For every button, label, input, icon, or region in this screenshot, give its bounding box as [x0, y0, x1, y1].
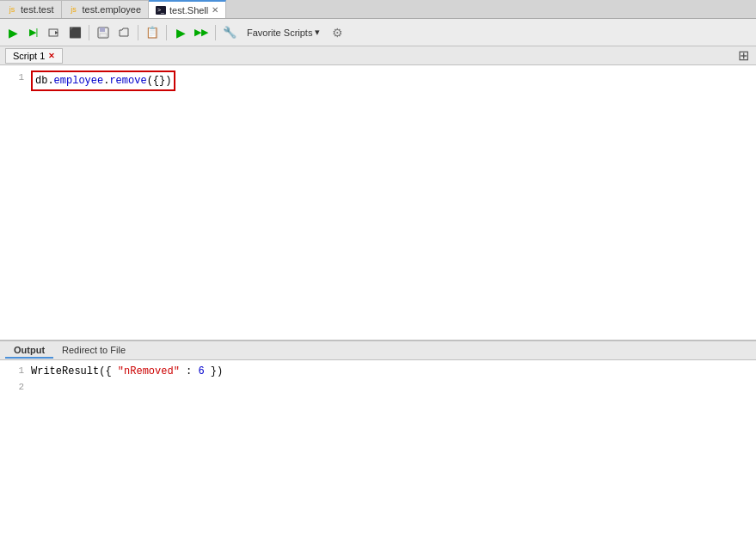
open-icon — [118, 27, 130, 39]
copy-button[interactable]: 📋 — [143, 23, 162, 42]
output-line-num-1: 1 — [7, 364, 24, 379]
run-all-button[interactable]: ▶ — [171, 23, 190, 42]
output-section: Output Redirect to File 1 WriteResult({ … — [0, 340, 756, 546]
editor-content[interactable]: 1 db.employee.remove({}) — [0, 65, 756, 340]
code-args: ({}) — [147, 75, 172, 87]
tab-test-shell[interactable]: >_ test.Shell ✕ — [149, 0, 226, 18]
code-collection: employee — [54, 75, 104, 87]
script-add-button[interactable]: ⊞ — [734, 49, 753, 63]
script-1-tab[interactable]: Script 1 ✕ — [5, 48, 63, 64]
output-tab-bar: Output Redirect to File — [0, 341, 756, 360]
code-line-1: 1 db.employee.remove({}) — [7, 71, 749, 91]
output-line-num-2: 2 — [7, 380, 24, 396]
favorite-scripts-arrow: ▾ — [315, 27, 320, 38]
svg-rect-3 — [100, 28, 105, 32]
editor-area: 1 db.employee.remove({}) — [0, 65, 756, 340]
line-number-1: 1 — [7, 71, 24, 85]
script-1-close[interactable]: ✕ — [48, 52, 55, 60]
tab-test-test-label: test.test — [21, 4, 54, 15]
open-button[interactable] — [114, 23, 133, 42]
output-tab[interactable]: Output — [5, 343, 53, 359]
save-icon — [97, 27, 109, 39]
script-tab-bar: Script 1 ✕ ⊞ — [0, 46, 756, 65]
run-button[interactable]: ▶ — [3, 23, 22, 42]
run-selected-button[interactable]: ▶▶ — [192, 23, 211, 42]
svg-rect-4 — [100, 34, 107, 37]
code-text-1: db.employee.remove({}) — [31, 71, 175, 91]
sep2 — [138, 25, 138, 40]
some-button-1[interactable] — [45, 23, 64, 42]
code-method: remove — [109, 75, 146, 87]
output-line-1: 1 WriteResult({ "nRemoved" : 6 }) — [7, 364, 749, 380]
tab-bar: js test.test js test.employee >_ test.Sh… — [0, 0, 756, 19]
save-button[interactable] — [94, 23, 113, 42]
tab-test-test[interactable]: js test.test — [0, 0, 62, 18]
tab-test-employee-label: test.employee — [83, 4, 141, 15]
sep4 — [215, 25, 216, 40]
favorite-scripts-dropdown[interactable]: Favorite Scripts ▾ — [241, 23, 326, 42]
tab-test-shell-label: test.Shell — [169, 5, 208, 15]
test-shell-icon: >_ — [156, 6, 166, 15]
output-prefix: WriteResult({ — [31, 365, 112, 377]
code-db: db — [35, 75, 47, 87]
output-value: 6 — [192, 365, 204, 377]
stop-button[interactable]: ⬛ — [65, 23, 84, 42]
tools-button[interactable]: 🔧 — [220, 23, 239, 42]
output-line-2: 2 — [7, 380, 749, 396]
toolbar: ▶ ▶| ⬛ 📋 ▶ ▶▶ 🔧 Favorite Scripts ▾ ⚙ — [0, 19, 756, 46]
tab-close-button[interactable]: ✕ — [212, 6, 218, 15]
redirect-tab[interactable]: Redirect to File — [53, 343, 134, 359]
tab-test-employee[interactable]: js test.employee — [62, 0, 149, 18]
output-key: "nRemoved" — [112, 365, 180, 377]
main-content: Script 1 ✕ ⊞ 1 db.employee.remove({}) Ou… — [0, 46, 756, 546]
output-colon: : — [180, 365, 192, 377]
settings-button[interactable]: ⚙ — [328, 23, 347, 42]
sep3 — [166, 25, 167, 40]
record-icon — [48, 27, 60, 39]
output-area: 1 WriteResult({ "nRemoved" : 6 }) 2 — [0, 360, 756, 546]
output-suffix: }) — [205, 365, 224, 377]
sep1 — [89, 25, 89, 40]
favorite-scripts-label: Favorite Scripts — [247, 28, 312, 38]
script-1-label: Script 1 — [13, 51, 45, 61]
code-dot1: . — [47, 75, 53, 87]
test-test-icon: js — [7, 4, 17, 15]
output-code-1: WriteResult({ "nRemoved" : 6 }) — [31, 364, 223, 380]
code-selected-block: db.employee.remove({}) — [31, 71, 175, 91]
run-step-button[interactable]: ▶| — [24, 23, 43, 42]
test-employee-icon: js — [69, 4, 79, 15]
